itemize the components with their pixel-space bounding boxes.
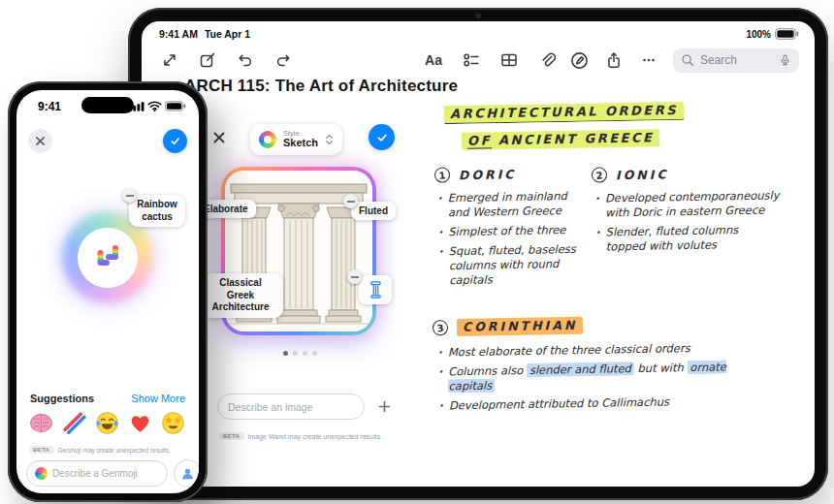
bullet-highlight: slender and fluted [527, 362, 634, 377]
bullet-part: Columns also [448, 363, 527, 378]
battery-icon [775, 28, 799, 40]
tears-of-joy-emoji[interactable] [94, 410, 120, 436]
remove-tag-button[interactable] [347, 269, 362, 284]
genmoji-concept-tag[interactable]: Rainbow cactus [129, 195, 185, 227]
minus-icon [351, 276, 359, 278]
carousel-dot[interactable] [312, 351, 317, 356]
chevron-up-down-icon [325, 133, 334, 146]
more-button[interactable] [638, 49, 659, 71]
compose-icon [199, 51, 216, 69]
search-field[interactable] [673, 48, 799, 73]
table-button[interactable] [498, 49, 520, 71]
cellular-signal-icon [129, 101, 144, 111]
battery-icon [165, 101, 186, 111]
minus-icon [347, 201, 355, 203]
genmoji-people-button[interactable] [174, 459, 199, 488]
redo-icon [274, 51, 292, 69]
checkmark-icon [375, 131, 389, 144]
share-button[interactable] [603, 49, 625, 71]
dictation-mic-icon[interactable] [779, 53, 791, 68]
section-doric-header: 1 DORIC [434, 166, 517, 182]
text-format-button[interactable]: Aa [423, 49, 444, 71]
remove-tag-button[interactable] [343, 194, 358, 208]
genmoji-close-button[interactable] [28, 129, 52, 153]
marketing-canvas: 9:41 AMTue Apr 1 100% [0, 0, 834, 504]
bullet: Columns also slender and fluted but with… [438, 360, 729, 394]
search-input[interactable] [700, 53, 773, 67]
remove-tag-button[interactable] [122, 188, 137, 203]
bullet: Developed contemporaneously with Doric i… [594, 188, 779, 220]
describe-image-input[interactable] [217, 394, 365, 420]
section-ionic-bullets: Developed contemporaneously with Doric i… [594, 188, 780, 259]
status-date: Tue Apr 1 [205, 28, 250, 40]
heading-of-word: OF [467, 133, 492, 148]
brain-emoji[interactable] [28, 410, 54, 436]
section-ionic-header: 2 IONIC [592, 166, 669, 182]
describe-genmoji-field[interactable] [26, 460, 168, 487]
attachment-button[interactable] [536, 49, 558, 71]
concept-tag-classical-greek[interactable]: Classical Greek Architecture [198, 273, 283, 318]
genmoji-swirl-icon [35, 467, 48, 480]
ellipsis-icon [640, 51, 658, 69]
corinthian-number: 3 [432, 319, 449, 336]
carousel-dot[interactable] [283, 351, 288, 356]
style-value: Sketch [283, 138, 318, 149]
bullet: Squat, fluted, baseless columns with rou… [438, 241, 593, 288]
status-time: 9:41 AM [159, 28, 198, 40]
image-wand-accept-button[interactable] [369, 124, 395, 150]
ipad-device: 9:41 AMTue Apr 1 100% [128, 8, 828, 500]
share-icon [605, 51, 623, 69]
genmoji-accept-button[interactable] [163, 129, 187, 153]
suggestions-label: Suggestions [30, 393, 94, 404]
heading-text-2: OF ANCIENT GREECE [462, 129, 660, 150]
tag-label: Rainbow cactus [129, 195, 185, 227]
handwritten-heading-line2: OF ANCIENT GREECE [462, 130, 660, 148]
concept-tag-column-sketch[interactable] [359, 275, 392, 304]
heading-rest: ANCIENT GREECE [498, 130, 655, 147]
add-concept-button[interactable] [374, 396, 395, 417]
handwritten-heading-line1: ARCHITECTURAL ORDERS [444, 103, 684, 121]
bullet: Most elaborate of the three classical or… [437, 340, 728, 360]
undo-button[interactable] [235, 49, 256, 71]
markup-button[interactable] [568, 49, 590, 71]
note-title: ARCH 115: The Art of Architecture [184, 77, 458, 96]
skis-emoji[interactable] [61, 410, 87, 436]
suggestions-header: Suggestions Show More [30, 393, 185, 404]
emoji-suggestions-row [28, 410, 186, 436]
person-icon [180, 466, 195, 481]
close-icon [212, 131, 226, 144]
corinthian-name: CORINTHIAN [457, 317, 584, 336]
carousel-dot[interactable] [293, 351, 298, 356]
heading-text-1: ARCHITECTURAL ORDERS [444, 102, 684, 124]
describe-genmoji-input[interactable] [52, 468, 159, 479]
undo-icon [237, 51, 254, 69]
bullet: Simplest of the three [438, 222, 592, 239]
show-more-link[interactable]: Show More [131, 393, 185, 404]
style-picker-button[interactable]: Style Sketch [250, 124, 342, 155]
iphone-device: 9:41 Rainbow cactus [8, 81, 208, 502]
ipad-front-camera [476, 14, 481, 18]
compose-note-button[interactable] [197, 49, 218, 71]
dynamic-island [81, 97, 134, 113]
checklist-icon [463, 51, 480, 69]
notes-toolbar: Aa [159, 47, 799, 74]
image-carousel-dots [283, 351, 317, 356]
checklist-button[interactable] [461, 49, 482, 71]
close-icon [35, 136, 46, 146]
section-corinthian-bullets: Most elaborate of the three classical or… [437, 340, 729, 418]
image-wand-close-button[interactable] [209, 128, 229, 147]
red-heart-emoji[interactable] [127, 410, 153, 436]
doric-name: DORIC [459, 167, 517, 182]
concept-tag-fluted[interactable]: Fluted [351, 202, 396, 220]
image-wand-disclaimer: BETA Image Wand may create unexpected re… [219, 432, 382, 440]
plus-icon [378, 400, 391, 413]
carousel-dot[interactable] [303, 351, 307, 356]
genmoji-screen: 9:41 Rainbow cactus [16, 90, 199, 493]
disclaimer-text: Genmoji may create unexpected results. [58, 447, 171, 454]
beta-badge: BETA [219, 432, 244, 440]
star-struck-emoji[interactable] [160, 410, 186, 436]
markup-pen-icon [570, 51, 589, 70]
redo-button[interactable] [273, 49, 294, 71]
bullet: Development attributed to Callimachus [438, 394, 729, 413]
collapse-toolbar-button[interactable] [159, 49, 180, 71]
